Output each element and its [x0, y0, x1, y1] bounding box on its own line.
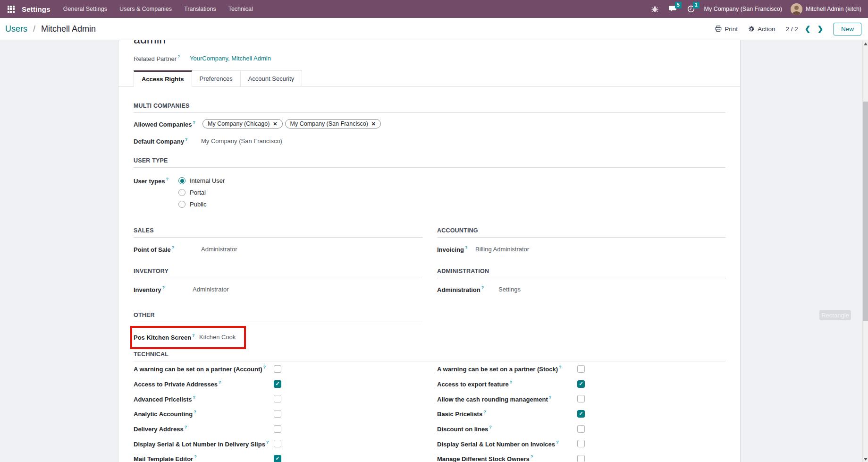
related-partner-link[interactable]: YourCompany, Mitchell Admin — [190, 55, 271, 62]
allowed-companies-row: Allowed Companies? My Company (Chicago)✕… — [134, 118, 381, 130]
new-button[interactable]: New — [834, 23, 861, 35]
company-tag[interactable]: My Company (San Francisco)✕ — [285, 119, 381, 128]
allowed-companies-label: Allowed Companies? — [134, 120, 202, 128]
tech-row: Allow the cash rounding management? — [437, 391, 585, 406]
checkbox[interactable] — [577, 380, 585, 388]
action-label: Action — [758, 26, 775, 33]
tab-access-rights[interactable]: Access Rights — [134, 70, 192, 87]
app-name[interactable]: Settings — [22, 5, 51, 13]
invoicing-value[interactable]: Billing Administrator — [475, 246, 529, 253]
help-icon: ? — [549, 395, 552, 400]
checkbox[interactable] — [577, 425, 585, 433]
inventory-label: Inventory? — [134, 285, 193, 293]
checkbox[interactable] — [274, 455, 281, 462]
user-type-options: Internal User Portal Public — [178, 175, 225, 210]
tag-remove-icon[interactable]: ✕ — [371, 121, 376, 127]
gear-icon — [748, 26, 755, 32]
tech-row: Manage Different Stock Owners? — [437, 451, 585, 462]
print-button[interactable]: Print — [715, 26, 738, 33]
checkbox[interactable] — [274, 395, 281, 402]
help-icon: ? — [177, 54, 180, 59]
inventory-value[interactable]: Administrator — [193, 286, 229, 293]
pager-next-icon[interactable]: ❯ — [817, 25, 823, 33]
checkbox[interactable] — [577, 365, 585, 373]
radio-icon[interactable] — [178, 177, 185, 184]
company-switcher[interactable]: My Company (San Francisco) — [704, 6, 782, 12]
radio-icon[interactable] — [178, 189, 185, 196]
print-label: Print — [725, 26, 738, 33]
activities-clock-icon[interactable]: 1 — [686, 5, 696, 13]
help-icon: ? — [166, 177, 169, 181]
radio-icon[interactable] — [178, 201, 185, 208]
section-accounting: ACCOUNTING — [437, 227, 726, 238]
tech-row: Delivery Address? — [134, 421, 281, 436]
checkbox[interactable] — [577, 455, 585, 462]
content-area: admin Related Partner? YourCompany, Mitc… — [0, 40, 868, 462]
radio-option-portal[interactable]: Portal — [178, 187, 225, 198]
radio-option-internal-user[interactable]: Internal User — [178, 175, 225, 187]
checkbox[interactable] — [274, 425, 281, 433]
breadcrumb-current: Mitchell Admin — [41, 24, 96, 34]
action-button[interactable]: Action — [748, 26, 775, 33]
default-company-value[interactable]: My Company (San Francisco) — [201, 137, 282, 145]
default-company-label: Default Company? — [134, 137, 201, 145]
radio-option-public[interactable]: Public — [178, 198, 225, 210]
tag-label: My Company (San Francisco) — [290, 120, 368, 127]
user-menu[interactable]: Mitchell Admin (kitch) — [791, 3, 861, 15]
administration-label: Administration? — [437, 285, 498, 293]
pos-kitchen-screen-value[interactable]: Kitchen Cook — [199, 334, 236, 341]
pager-previous-icon[interactable]: ❮ — [805, 25, 811, 33]
technical-right-column: A warning can be set on a partner (Stock… — [437, 361, 585, 462]
vertical-scrollbar[interactable] — [862, 40, 868, 462]
help-icon: ? — [185, 137, 188, 142]
tech-label: Discount on lines? — [437, 425, 577, 433]
help-icon: ? — [193, 395, 196, 400]
scrollbar-thumb[interactable] — [863, 102, 868, 321]
tech-label: A warning can be set on a partner (Accou… — [134, 365, 274, 373]
menu-translations[interactable]: Translations — [178, 0, 222, 18]
tab-account-security[interactable]: Account Security — [241, 70, 303, 87]
administration-value[interactable]: Settings — [498, 286, 521, 293]
point-of-sale-value[interactable]: Administrator — [201, 246, 237, 253]
apps-menu-icon[interactable] — [5, 3, 17, 15]
checkbox[interactable] — [274, 440, 281, 447]
user-name: Mitchell Admin (kitch) — [806, 6, 861, 12]
pager: 2 / 2 ❮ ❯ — [786, 25, 823, 33]
allowed-companies-tags: My Company (Chicago)✕ My Company (San Fr… — [202, 119, 381, 128]
menu-general-settings[interactable]: General Settings — [57, 0, 113, 18]
checkbox[interactable] — [577, 395, 585, 402]
tag-remove-icon[interactable]: ✕ — [273, 121, 277, 127]
tech-label: Basic Pricelists? — [437, 410, 577, 418]
section-technical: TECHNICAL — [134, 351, 725, 361]
control-panel: Users / Mitchell Admin Print Action 2 / … — [0, 18, 868, 40]
section-multi-companies: MULTI COMPANIES — [134, 103, 725, 113]
radio-label: Internal User — [190, 177, 225, 184]
company-tag[interactable]: My Company (Chicago)✕ — [202, 119, 283, 128]
top-navbar: Settings General Settings Users & Compan… — [0, 0, 868, 18]
tech-row: Access to Private Addresses? — [134, 376, 281, 392]
help-icon: ? — [481, 285, 484, 290]
checkbox[interactable] — [274, 365, 281, 373]
checkbox[interactable] — [577, 440, 585, 447]
messages-icon[interactable]: 5 — [668, 5, 678, 13]
tech-row: Display Serial & Lot Number on Invoices? — [437, 436, 585, 451]
checkbox[interactable] — [274, 380, 281, 388]
tag-label: My Company (Chicago) — [208, 120, 270, 127]
user-types-label: User types? — [134, 175, 178, 210]
scroll-up-icon[interactable] — [864, 43, 868, 45]
section-user-type: USER TYPE — [134, 157, 725, 168]
help-icon: ? — [192, 333, 195, 338]
menu-technical[interactable]: Technical — [222, 0, 259, 18]
pos-kitchen-screen-label: Pos Kitchen Screen? — [134, 333, 199, 341]
help-icon: ? — [193, 120, 196, 125]
menu-users-companies[interactable]: Users & Companies — [113, 0, 178, 18]
checkbox[interactable] — [577, 410, 585, 418]
scroll-down-icon[interactable] — [864, 458, 868, 461]
debug-bug-icon[interactable] — [650, 5, 660, 13]
activities-badge: 1 — [693, 2, 699, 9]
breadcrumb-users-link[interactable]: Users — [5, 24, 27, 34]
checkbox[interactable] — [274, 410, 281, 418]
avatar — [791, 3, 802, 15]
tab-preferences[interactable]: Preferences — [192, 70, 241, 87]
invoicing-row: Invoicing? Billing Administrator — [437, 244, 529, 254]
